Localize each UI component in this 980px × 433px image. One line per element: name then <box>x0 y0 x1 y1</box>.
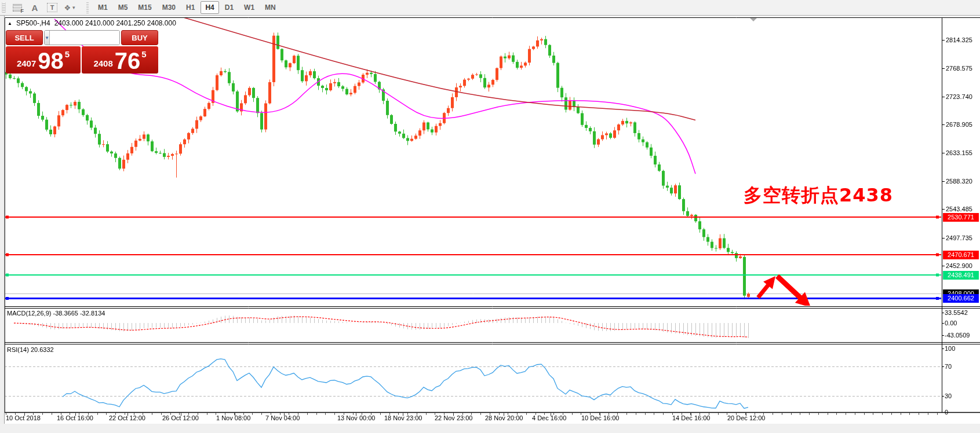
buy-quote-panel[interactable]: 2408 76 5 <box>82 46 158 74</box>
indicator-grid-icon[interactable]: F <box>10 1 25 14</box>
buy-price-big: 76 <box>115 52 141 71</box>
text-label-button[interactable]: A <box>27 1 42 14</box>
text-t-icon: T <box>47 3 57 12</box>
buy-price-sup: 5 <box>141 49 146 59</box>
macd-indicator-label: MACD(12,26,9) -38.3665 -32.8134 <box>7 310 105 317</box>
chart-title: ▲ SP500-,H4 2403.000 2410.000 2401.250 2… <box>8 19 176 27</box>
sell-quote-panel[interactable]: 2407 98 5 <box>6 46 81 74</box>
text-box-button[interactable]: T <box>45 1 60 14</box>
volume-box: ▼ ▲ <box>44 30 120 45</box>
volume-decrease-button[interactable]: ▼ <box>45 31 50 45</box>
buy-button[interactable]: BUY <box>121 30 158 45</box>
chevron-down-icon: ▾ <box>72 5 75 10</box>
timeframe-button-mn[interactable]: MN <box>260 1 280 14</box>
toolbar-separator <box>86 2 89 13</box>
one-click-trade-panel: SELL ▼ ▲ BUY 2407 98 5 2408 76 5 <box>6 30 158 74</box>
grid-f-icon: F <box>13 4 22 12</box>
symbol-timeframe-label: SP500-,H4 <box>16 19 50 27</box>
timeframe-button-h1[interactable]: H1 <box>181 1 199 14</box>
timeframe-button-m30[interactable]: M30 <box>158 1 180 14</box>
timeframe-button-m5[interactable]: M5 <box>114 1 133 14</box>
timeframe-button-m15[interactable]: M15 <box>133 1 156 14</box>
shapes-icon: ❖ <box>64 3 71 12</box>
sell-button[interactable]: SELL <box>6 30 43 45</box>
mt4-window: F A T ❖ ▾ M1M5M15M30H1H4D1W1MN ▲ SP500-,… <box>0 0 980 433</box>
timeframe-button-w1[interactable]: W1 <box>239 1 259 14</box>
buy-price-prefix: 2408 <box>93 58 112 68</box>
timeframe-button-m1[interactable]: M1 <box>93 1 112 14</box>
sell-price-big: 98 <box>38 52 64 71</box>
window-left-border <box>0 16 5 433</box>
timeframe-toolbar: M1M5M15M30H1H4D1W1MN <box>93 1 280 14</box>
window-bottom-border <box>0 424 980 433</box>
toolbar-drag-handle[interactable] <box>2 2 6 13</box>
sell-price-prefix: 2407 <box>17 58 36 68</box>
chart-shift-marker-icon[interactable] <box>750 18 757 21</box>
rsi-indicator-label: RSI(14) 20.6332 <box>7 346 54 353</box>
text-a-icon: A <box>32 3 38 13</box>
toolbar: F A T ❖ ▾ M1M5M15M30H1H4D1W1MN <box>0 0 980 16</box>
timeframe-button-d1[interactable]: D1 <box>220 1 238 14</box>
timeframe-button-h4[interactable]: H4 <box>201 1 218 14</box>
ohlc-readout: 2403.000 2410.000 2401.250 2408.000 <box>54 19 176 27</box>
shapes-objects-button[interactable]: ❖ ▾ <box>62 1 77 14</box>
collapse-icon[interactable]: ▲ <box>8 21 12 26</box>
volume-input[interactable] <box>50 31 120 45</box>
sell-price-sup: 5 <box>65 49 70 59</box>
annotation-text: 多空转折点2438 <box>744 183 893 208</box>
